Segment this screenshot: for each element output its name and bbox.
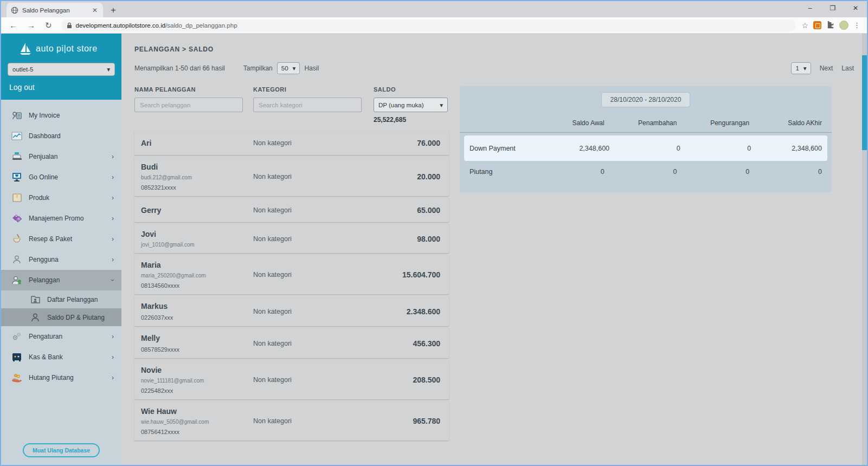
search-pelanggan-input[interactable]	[134, 98, 243, 112]
page-number: 1	[795, 65, 799, 72]
customer-name-cell: Novienovie_111181@gmail.com0225482xxx	[134, 366, 253, 394]
customer-row[interactable]: GerryNon kategori65.000	[134, 198, 449, 222]
back-icon[interactable]: ←	[5, 21, 21, 30]
people-icon	[11, 275, 23, 286]
last-page-link[interactable]: Last	[841, 64, 854, 72]
page-size-value: 50	[281, 65, 288, 72]
customer-row[interactable]: AriNon kategori76.000	[134, 131, 449, 155]
customer-email: wie.hauw_5050@gmail.com	[141, 419, 253, 425]
reload-database-button[interactable]: Muat Ulang Database	[23, 443, 100, 457]
summary-row-value: 0	[614, 168, 687, 176]
summary-column-header: Saldo AKhir	[759, 119, 832, 127]
mortar-icon	[11, 234, 23, 244]
summary-row-label: Piutang	[460, 168, 542, 176]
customer-row[interactable]: Mariamaria_250200@gmail.com08134560xxxxN…	[134, 255, 449, 294]
customer-phone: 0226037xxx	[141, 314, 253, 321]
customer-row[interactable]: Novienovie_111181@gmail.com0225482xxxNon…	[134, 360, 449, 399]
sidebar-item-produk[interactable]: Produk›	[1, 187, 121, 208]
summary-row-value: 0	[615, 145, 686, 152]
tab-close-icon[interactable]: ✕	[91, 7, 99, 14]
customer-row[interactable]: Budibudi.212@gmail.com0852321xxxxNon kat…	[134, 157, 449, 196]
browser-toolbar: ← → ↻ development.autopilotstore.co.id/s…	[1, 17, 867, 34]
cash-register-icon	[11, 151, 23, 162]
chevron-right-icon: ›	[112, 194, 114, 202]
chevron-right-icon: ›	[112, 153, 114, 160]
puzzle-extensions-icon[interactable]	[826, 21, 834, 29]
bookmark-star-icon[interactable]: ☆	[801, 21, 808, 30]
scrollbar-thumb[interactable]	[862, 55, 867, 150]
sidebar: auto pi|ot store outlet-5 ▾ Log out My I…	[1, 34, 121, 465]
minimize-button[interactable]: –	[799, 1, 821, 15]
sidebar-item-manajemen-promo[interactable]: %Manajemen Promo›	[1, 208, 121, 229]
lock-icon	[67, 22, 72, 29]
reload-icon[interactable]: ↻	[41, 21, 56, 30]
customer-saldo: 65.000	[374, 206, 449, 215]
column-header-saldo: SALDO	[374, 86, 449, 93]
logout-link[interactable]: Log out	[9, 83, 35, 92]
forward-icon[interactable]: →	[23, 21, 39, 30]
column-header-nama: NAMA PELANGGAN	[134, 86, 253, 93]
chrome-menu-icon[interactable]: ⋮	[853, 21, 860, 29]
sidebar-item-kas-bank[interactable]: Kas & Bank›	[1, 347, 121, 367]
sidebar-item-pelanggan[interactable]: Pelanggan›	[1, 270, 121, 290]
customer-category: Non kategori	[253, 376, 374, 384]
sidebar-item-resep-paket[interactable]: Resep & Paket›	[1, 229, 121, 249]
chevron-right-icon: ›	[112, 215, 114, 222]
window-controls: – ❐ ✕	[799, 1, 867, 15]
saldo-type-select[interactable]: DP (uang muka) ▾	[374, 98, 448, 112]
customer-row[interactable]: Wie Hauwwie.hauw_5050@gmail.com08756412x…	[134, 402, 449, 441]
customer-phone: 0852321xxxx	[141, 184, 253, 191]
date-range-button[interactable]: 28/10/2020 - 28/10/2020	[601, 92, 691, 107]
browser-tab[interactable]: Saldo Pelanggan ✕	[7, 3, 103, 17]
sidebar-item-dashboard[interactable]: Dashboard	[1, 126, 121, 146]
customer-saldo: 98.000	[374, 235, 449, 243]
customer-name-cell: Markus0226037xxx	[134, 302, 253, 321]
summary-row-down-payment[interactable]: Down Payment2,348,600002,348,600	[464, 135, 827, 161]
customer-name-cell: Jovijovi_1010@gmail.com	[134, 230, 253, 248]
summary-row-value: 2,348,600	[544, 145, 615, 152]
sidebar-item-daftar-pelanggan[interactable]: Daftar Pelanggan	[1, 290, 121, 308]
sidebar-item-pengguna[interactable]: Pengguna›	[1, 249, 121, 270]
summary-header-row: Saldo AwalPenambahanPenguranganSaldo AKh…	[460, 119, 832, 133]
page-size-select[interactable]: 50 ▾	[277, 62, 300, 74]
maximize-button[interactable]: ❐	[821, 1, 844, 15]
customer-name: Wie Hauw	[141, 407, 253, 416]
address-bar[interactable]: development.autopilotstore.co.id/saldo_d…	[61, 20, 796, 31]
page-scrollbar[interactable]	[862, 34, 867, 465]
tampilkan-label: Tampilkan	[243, 64, 273, 72]
sidebar-item-pengaturan[interactable]: Pengaturan›	[1, 326, 121, 347]
chevron-right-icon: ›	[112, 353, 114, 361]
next-page-link[interactable]: Next	[820, 64, 833, 72]
customer-row[interactable]: Markus0226037xxxNon kategori2.348.600	[134, 296, 449, 326]
monitor-cart-icon	[11, 172, 23, 183]
chevron-down-icon: ▾	[803, 64, 807, 72]
customer-email: novie_111181@gmail.com	[141, 378, 253, 384]
customer-row[interactable]: Jovijovi_1010@gmail.comNon kategori98.00…	[134, 224, 449, 253]
customer-saldo: 20.000	[374, 172, 449, 181]
summary-column-header: Penambahan	[614, 119, 687, 127]
customer-phone: 08578529xxxx	[141, 346, 253, 353]
customer-saldo: 15.604.700	[374, 270, 449, 279]
outlet-select[interactable]: outlet-5 ▾	[8, 63, 115, 76]
sidebar-item-hutang-piutang[interactable]: Hutang Piutang›	[1, 367, 121, 388]
customer-row[interactable]: Melly08578529xxxxNon kategori456.300	[134, 328, 449, 358]
search-kategori-input[interactable]	[253, 98, 362, 112]
summary-row-piutang[interactable]: Piutang0000	[460, 161, 832, 183]
profile-avatar[interactable]	[839, 21, 848, 30]
extension-orange-icon[interactable]	[813, 21, 821, 29]
sidebar-item-go-online[interactable]: Go Online›	[1, 167, 121, 187]
customer-list-section: NAMA PELANGGAN KATEGORI SALDO DP (uang m…	[134, 86, 449, 443]
new-tab-button[interactable]: +	[107, 5, 119, 16]
customer-email: maria_250200@gmail.com	[141, 273, 253, 279]
sidebar-item-penjualan[interactable]: Penjualan›	[1, 146, 121, 167]
sidebar-item-label: Pelanggan	[29, 276, 106, 284]
sidebar-item-saldo-dp-piutang[interactable]: Saldo DP & Piutang	[1, 308, 121, 326]
close-button[interactable]: ✕	[844, 1, 867, 15]
sidebar-item-my-invoice[interactable]: My Invoice	[1, 105, 121, 126]
page-select[interactable]: 1 ▾	[791, 62, 811, 74]
person-outline-icon	[29, 312, 41, 323]
browser-window: Saldo Pelanggan ✕ + – ❐ ✕ ← → ↻ developm…	[0, 0, 868, 466]
person-icon	[11, 254, 23, 265]
customer-email: jovi_1010@gmail.com	[141, 242, 253, 248]
tab-title: Saldo Pelanggan	[22, 7, 87, 14]
